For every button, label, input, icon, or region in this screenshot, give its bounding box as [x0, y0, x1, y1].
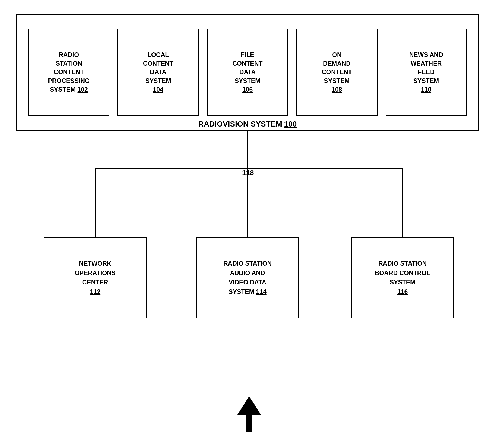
box-104: LOCALCONTENTDATASYSTEM104: [117, 29, 199, 116]
arrow-shaft: [246, 415, 252, 432]
box-102: RADIOSTATIONCONTENTPROCESSINGSYSTEM 102: [28, 29, 109, 116]
arrow-up: [237, 396, 261, 432]
box-106: FILECONTENTDATASYSTEM106: [207, 29, 288, 116]
box-110: NEWS ANDWEATHERFEEDSYSTEM110: [386, 29, 467, 116]
box-114: RADIO STATIONAUDIO ANDVIDEO DATASYSTEM 1…: [196, 237, 299, 318]
diagram-container: RADIOSTATIONCONTENTPROCESSINGSYSTEM 102 …: [0, 0, 498, 448]
arrow-head: [237, 396, 261, 415]
box-108: ONDEMANDCONTENTSYSTEM108: [296, 29, 377, 116]
box-116: RADIO STATIONBOARD CONTROLSYSTEM116: [351, 237, 454, 318]
radiovision-system-box: RADIOSTATIONCONTENTPROCESSINGSYSTEM 102 …: [16, 14, 479, 131]
radiovision-label: RADIOVISION SYSTEM 100: [16, 117, 479, 128]
box-112: NETWORKOPERATIONSCENTER112: [44, 237, 147, 318]
network-label-118: 118: [242, 169, 254, 177]
